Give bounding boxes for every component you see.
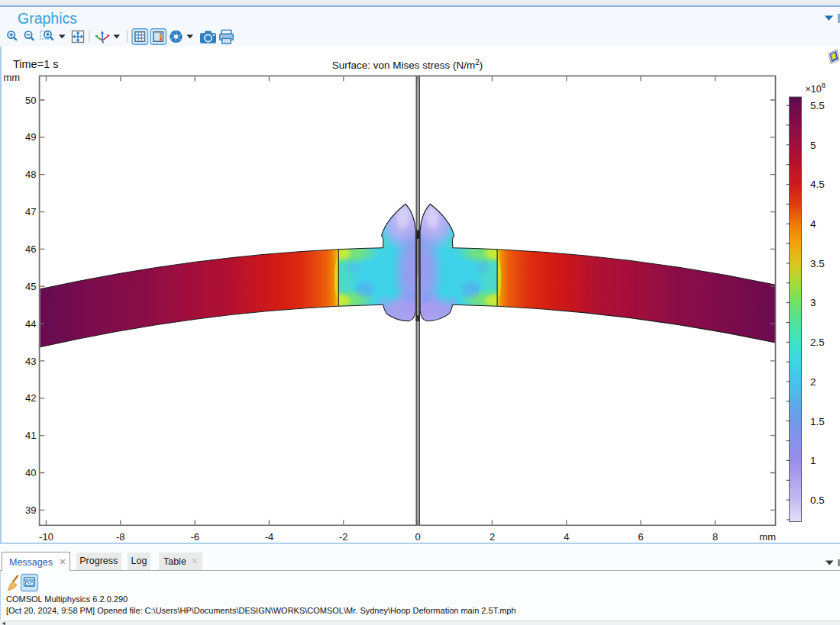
svg-text:47: 47 bbox=[25, 206, 36, 217]
svg-text:×108: ×108 bbox=[806, 81, 826, 95]
svg-text:6: 6 bbox=[638, 531, 643, 543]
svg-text:3: 3 bbox=[810, 297, 816, 308]
svg-text:40: 40 bbox=[25, 467, 36, 478]
svg-text:-8: -8 bbox=[116, 531, 125, 543]
svg-text:49: 49 bbox=[25, 131, 36, 143]
svg-text:4: 4 bbox=[810, 218, 816, 230]
svg-text:2.5: 2.5 bbox=[810, 337, 825, 348]
svg-text:-2: -2 bbox=[339, 531, 348, 543]
svg-text:46: 46 bbox=[25, 243, 36, 255]
svg-text:0: 0 bbox=[415, 531, 420, 543]
svg-text:mm: mm bbox=[759, 531, 776, 543]
svg-text:48: 48 bbox=[25, 169, 36, 180]
svg-text:43: 43 bbox=[25, 356, 36, 367]
svg-text:44: 44 bbox=[25, 318, 36, 330]
svg-text:45: 45 bbox=[25, 281, 36, 292]
svg-text:-6: -6 bbox=[190, 531, 199, 543]
svg-text:39: 39 bbox=[25, 504, 36, 516]
svg-text:8: 8 bbox=[712, 531, 718, 543]
svg-text:4: 4 bbox=[564, 531, 569, 543]
svg-text:mm: mm bbox=[4, 72, 21, 83]
svg-text:1: 1 bbox=[810, 455, 816, 466]
svg-text:0.5: 0.5 bbox=[810, 495, 825, 506]
svg-text:3.5: 3.5 bbox=[810, 258, 825, 269]
svg-text:50: 50 bbox=[25, 95, 36, 106]
svg-text:2: 2 bbox=[810, 376, 816, 388]
svg-text:-4: -4 bbox=[265, 531, 274, 543]
svg-text:Surface: von Mises stress (N/m: Surface: von Mises stress (N/m2) bbox=[332, 58, 483, 71]
svg-text:Time=1 s: Time=1 s bbox=[13, 58, 59, 70]
svg-text:42: 42 bbox=[25, 392, 36, 404]
svg-text:5: 5 bbox=[810, 140, 816, 151]
svg-text:4.5: 4.5 bbox=[810, 179, 825, 190]
svg-text:1.5: 1.5 bbox=[810, 416, 825, 427]
svg-text:-10: -10 bbox=[39, 531, 53, 543]
svg-text:2: 2 bbox=[489, 531, 495, 543]
svg-text:5.5: 5.5 bbox=[810, 100, 825, 111]
svg-text:41: 41 bbox=[25, 430, 36, 441]
